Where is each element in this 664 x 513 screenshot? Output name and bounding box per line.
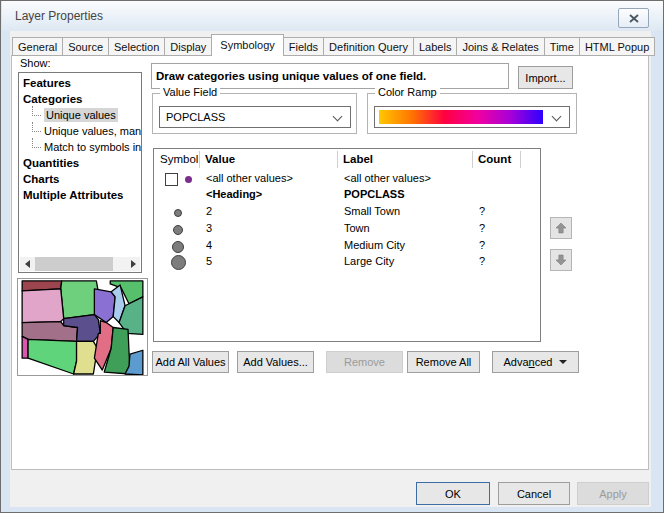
show-list-hscrollbar[interactable] (20, 257, 140, 271)
color-ramp-gradient (379, 110, 543, 124)
col-label: Label (343, 153, 373, 165)
scrollbar-thumb[interactable] (35, 257, 113, 271)
remove-all-button[interactable]: Remove All (407, 351, 480, 373)
chevron-down-icon[interactable] (552, 112, 562, 122)
tab-display[interactable]: Display (165, 37, 212, 56)
all-other-values-checkbox[interactable] (165, 173, 178, 186)
show-label: Show: (20, 57, 51, 69)
tab-labels[interactable]: Labels (414, 37, 457, 56)
symbol-circle[interactable] (172, 241, 184, 253)
col-symbol: Symbol (160, 153, 198, 165)
add-all-values-button[interactable]: Add All Values (152, 351, 229, 373)
close-icon (629, 14, 639, 23)
value-field-value: POPCLASS (160, 111, 225, 123)
map-preview (17, 278, 148, 376)
cancel-button[interactable]: Cancel (498, 482, 570, 505)
tree-connector (32, 106, 41, 116)
tab-strip: General Source Selection Display Symbolo… (12, 34, 655, 56)
table-row[interactable]: 2 Small Town ? (155, 204, 539, 221)
show-item-features[interactable]: Features (19, 75, 141, 91)
table-row[interactable]: 4 Medium City ? (155, 238, 539, 255)
move-up-button[interactable] (550, 217, 572, 239)
chevron-down-icon[interactable] (333, 112, 343, 122)
value-field-label: Value Field (160, 86, 220, 98)
scroll-left-icon[interactable] (20, 257, 34, 271)
tab-definition-query[interactable]: Definition Query (324, 37, 414, 56)
color-ramp-label: Color Ramp (375, 86, 440, 98)
tab-source[interactable]: Source (63, 37, 109, 56)
tab-fields[interactable]: Fields (284, 37, 324, 56)
symbol-circle[interactable] (174, 209, 182, 217)
advanced-button[interactable]: Advanced (492, 351, 579, 373)
show-item-match-symbols[interactable]: Match to symbols in a (19, 139, 141, 155)
tab-selection[interactable]: Selection (109, 37, 165, 56)
tree-connector (32, 122, 41, 132)
remove-button: Remove (326, 351, 403, 373)
col-value: Value (205, 153, 235, 165)
table-row[interactable]: 3 Town ? (155, 221, 539, 238)
close-button[interactable] (618, 8, 649, 28)
tab-symbology[interactable]: Symbology (211, 34, 283, 56)
show-item-charts[interactable]: Charts (19, 171, 141, 187)
tab-time[interactable]: Time (545, 37, 580, 56)
tab-html-popup[interactable]: HTML Popup (580, 37, 655, 56)
arrow-down-icon (554, 253, 568, 267)
show-item-unique-values[interactable]: Unique values (19, 107, 141, 123)
col-count: Count (478, 153, 511, 165)
show-item-quantities[interactable]: Quantities (19, 155, 141, 171)
value-field-group: Value Field POPCLASS (152, 93, 357, 134)
symbol-circle[interactable] (171, 255, 186, 270)
table-row[interactable]: <Heading> POPCLASS (155, 187, 539, 204)
show-item-unique-values-many[interactable]: Unique values, many (19, 123, 141, 139)
scroll-right-icon[interactable] (126, 257, 140, 271)
table-row[interactable]: 5 Large City ? (155, 254, 539, 271)
show-item-categories[interactable]: Categories (19, 91, 141, 107)
layer-properties-dialog: Layer Properties General Source Selectio… (0, 0, 664, 513)
dropdown-arrow-icon (559, 360, 567, 364)
title-bar: Layer Properties (2, 1, 664, 31)
states-preview-image (18, 279, 147, 375)
window-title: Layer Properties (15, 9, 103, 23)
value-field-combobox[interactable]: POPCLASS (159, 106, 351, 128)
tab-joins-relates[interactable]: Joins & Relates (457, 37, 544, 56)
apply-button: Apply (577, 482, 649, 505)
tab-general[interactable]: General (12, 37, 63, 56)
tree-connector (32, 138, 41, 148)
move-down-button[interactable] (550, 249, 572, 271)
color-ramp-group: Color Ramp (367, 93, 577, 134)
table-row[interactable]: <all other values> <all other values> (155, 171, 539, 188)
show-list: Features Categories Unique values Unique… (18, 72, 142, 273)
show-item-multiple-attributes[interactable]: Multiple Attributes (19, 187, 141, 203)
all-other-values-symbol (185, 176, 192, 183)
color-ramp-combobox[interactable] (374, 106, 570, 128)
arrow-up-icon (554, 221, 568, 235)
ok-button[interactable]: OK (416, 482, 490, 505)
symbol-circle[interactable] (173, 225, 183, 235)
import-button[interactable]: Import... (518, 66, 573, 89)
values-table: Symbol Value Label Count <all other valu… (153, 148, 541, 342)
add-values-button[interactable]: Add Values... (237, 351, 314, 373)
